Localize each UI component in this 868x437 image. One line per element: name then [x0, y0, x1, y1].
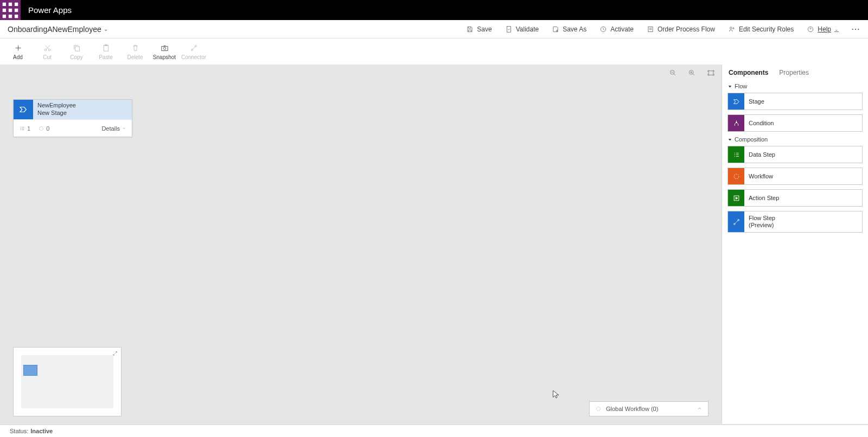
design-canvas[interactable]: NewEmployee New Stage 1 0 Details	[0, 65, 722, 424]
view-tools	[669, 69, 715, 77]
order-process-button[interactable]: Order Process Flow	[647, 25, 715, 33]
spinner-icon	[595, 406, 602, 412]
stage-subtitle: New Stage	[37, 110, 76, 117]
ribbon-toolbar: Add Cut Copy Paste Delete Snapshot Conne…	[0, 38, 868, 65]
svg-point-13	[733, 28, 734, 29]
help-button[interactable]: Help ⌄	[807, 25, 839, 33]
component-condition[interactable]: Condition	[727, 114, 863, 132]
component-workflow[interactable]: Workflow	[727, 168, 863, 185]
svg-point-21	[163, 47, 165, 49]
chevron-down-icon: ⌄	[834, 27, 839, 32]
list-icon	[19, 125, 25, 132]
copy-icon	[72, 43, 81, 53]
component-flow-step[interactable]: Flow Step (Preview)	[727, 211, 863, 233]
chevron-up-icon	[697, 406, 703, 413]
global-workflow-bar[interactable]: Global Workflow (0)	[589, 401, 709, 416]
saveas-button[interactable]: Save As	[552, 25, 586, 33]
cut-button[interactable]: Cut	[33, 39, 62, 64]
triangle-down-icon	[727, 137, 732, 142]
svg-point-22	[191, 49, 193, 50]
svg-point-15	[44, 49, 47, 51]
validate-label: Validate	[516, 25, 539, 33]
delete-button[interactable]: Delete	[120, 39, 150, 64]
edit-security-button[interactable]: Edit Security Roles	[728, 25, 794, 33]
plus-icon	[14, 43, 23, 53]
minimap-viewport	[21, 355, 113, 408]
saveas-label: Save As	[563, 25, 586, 33]
minimap-stage-marker	[23, 365, 37, 376]
save-label: Save	[477, 25, 492, 33]
command-bar: OnboardingANewEmployee ⌄ Save Validate S…	[0, 20, 868, 38]
svg-rect-11	[648, 27, 653, 31]
svg-point-12	[730, 27, 732, 29]
zoom-out-icon[interactable]	[669, 69, 677, 77]
add-button[interactable]: Add	[3, 39, 33, 64]
svg-rect-0	[3, 2, 6, 5]
copy-button[interactable]: Copy	[62, 39, 91, 64]
svg-point-29	[736, 121, 737, 123]
component-condition-label: Condition	[744, 115, 862, 131]
validate-button[interactable]: Validate	[505, 25, 539, 33]
flow-name-dropdown[interactable]: OnboardingANewEmployee ⌄	[8, 25, 108, 34]
more-button[interactable]: ···	[852, 25, 860, 33]
section-flow[interactable]: Flow	[727, 83, 863, 89]
activate-button[interactable]: Activate	[599, 25, 634, 33]
cut-icon	[43, 43, 52, 53]
mouse-cursor	[552, 390, 560, 400]
svg-point-33	[738, 219, 739, 221]
svg-rect-26	[709, 71, 713, 75]
tab-properties[interactable]: Properties	[779, 69, 809, 76]
fit-screen-icon[interactable]	[707, 69, 715, 77]
section-flow-label: Flow	[735, 83, 747, 89]
component-stage-label: Stage	[744, 93, 862, 110]
section-composition[interactable]: Composition	[727, 136, 863, 143]
details-label: Details	[101, 125, 120, 132]
svg-rect-3	[3, 8, 6, 11]
app-launcher-button[interactable]	[0, 0, 21, 20]
snapshot-button[interactable]: Snapshot	[150, 39, 179, 64]
connector-icon	[189, 43, 199, 53]
delete-icon	[131, 43, 140, 53]
component-stage[interactable]: Stage	[727, 93, 863, 110]
paste-button[interactable]: Paste	[91, 39, 120, 64]
tab-components[interactable]: Components	[729, 69, 768, 76]
stage-card[interactable]: NewEmployee New Stage 1 0 Details	[13, 99, 132, 137]
minimap[interactable]	[13, 347, 122, 416]
copy-label: Copy	[70, 54, 82, 60]
svg-rect-4	[9, 8, 12, 11]
app-title: Power Apps	[21, 5, 72, 15]
stage-header: NewEmployee New Stage	[14, 100, 132, 119]
waffle-icon	[0, 0, 21, 21]
paste-label: Paste	[99, 54, 113, 60]
order-icon	[647, 25, 654, 33]
save-button[interactable]: Save	[466, 25, 492, 33]
save-icon	[466, 25, 474, 33]
delete-label: Delete	[127, 54, 143, 60]
component-flowstep-label: Flow Step (Preview)	[744, 211, 862, 232]
connector-button[interactable]: Connector	[179, 39, 208, 64]
stage-icon	[732, 98, 741, 106]
svg-point-27	[40, 126, 43, 130]
condition-icon	[732, 119, 741, 127]
svg-point-23	[195, 45, 196, 47]
svg-point-30	[734, 174, 739, 179]
add-label: Add	[13, 54, 23, 60]
stage-title: NewEmployee	[37, 102, 76, 110]
activate-label: Activate	[610, 25, 634, 33]
svg-rect-8	[15, 14, 18, 17]
svg-rect-17	[75, 46, 79, 51]
component-action-step[interactable]: Action Step	[727, 189, 863, 207]
zoom-in-icon[interactable]	[688, 69, 696, 77]
play-icon	[732, 194, 741, 202]
component-datastep-label: Data Step	[744, 146, 862, 163]
security-label: Edit Security Roles	[739, 25, 794, 33]
workflow-count: 0	[38, 125, 49, 132]
top-header: Power Apps	[0, 0, 868, 20]
saveas-icon	[552, 25, 559, 33]
details-toggle[interactable]: Details	[101, 125, 126, 132]
paste-icon	[101, 43, 111, 53]
component-data-step[interactable]: Data Step	[727, 146, 863, 163]
svg-point-16	[48, 49, 50, 51]
status-bar: Status: Inactive	[0, 425, 868, 437]
stage-icon	[14, 100, 33, 119]
